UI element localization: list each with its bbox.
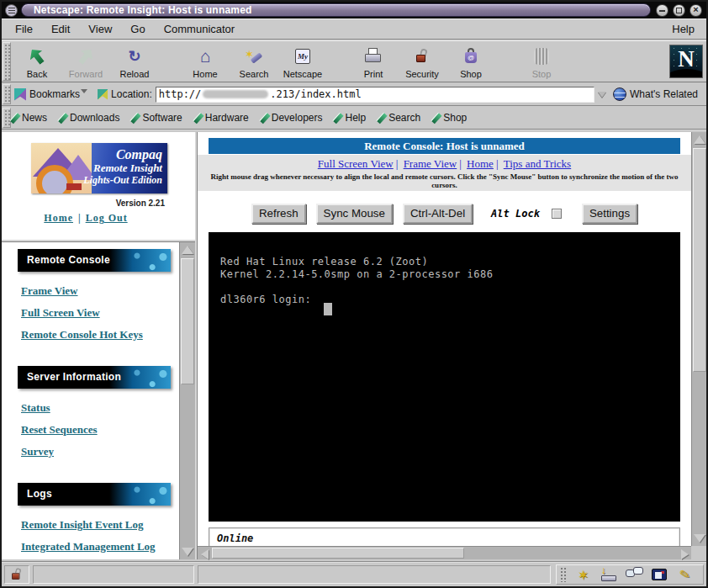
window-menu-button[interactable] <box>5 4 18 17</box>
personal-item-help[interactable]: Help <box>336 112 366 124</box>
composer-icon[interactable]: ✎ <box>674 566 695 583</box>
nav-full-screen-view[interactable]: Full Screen View <box>318 157 394 170</box>
menu-file[interactable]: File <box>2 23 42 35</box>
navigator-icon[interactable]: ✶ <box>573 566 593 583</box>
page-title: Remote Console: Host is unnamed <box>209 138 680 154</box>
personal-item-hardware[interactable]: Hardware <box>196 112 249 124</box>
menu-edit[interactable]: Edit <box>42 23 79 35</box>
sidebar-scroll-thumb[interactable] <box>181 258 194 384</box>
sidebar-item-frame-view[interactable]: Frame View <box>21 284 179 298</box>
menu-help[interactable]: Help <box>663 23 706 35</box>
section-header-logs: Logs <box>18 483 171 506</box>
main-frame: Remote Console: Host is unnamed Full Scr… <box>198 132 706 559</box>
forward-icon <box>75 45 97 68</box>
personal-item-software[interactable]: Software <box>133 112 182 124</box>
menu-go[interactable]: Go <box>121 23 154 35</box>
sidebar-item-integrated-management-log[interactable]: Integrated Management Log <box>21 540 179 554</box>
close-button[interactable]: × <box>690 4 702 17</box>
window-title: Netscape: Remote Insight: Host is unname… <box>21 3 651 17</box>
discussions-icon[interactable] <box>624 566 644 583</box>
sidebar-item-remote-console-hot-keys[interactable]: Remote Console Hot Keys <box>21 328 179 342</box>
sidebar-item-reset-sequences[interactable]: Reset Sequences <box>21 423 179 437</box>
shop-button[interactable]: @ Shop <box>446 42 495 81</box>
main-hscroll-thumb[interactable] <box>212 548 464 559</box>
stop-button[interactable]: Stop <box>517 42 566 81</box>
sidebar-logo-frame: Compaq Remote Insight Lights-Out Edition… <box>2 132 195 242</box>
personal-item-search[interactable]: Search <box>379 112 420 124</box>
reload-button[interactable]: ↻ Reload <box>110 42 159 81</box>
component-bar-grip[interactable] <box>560 567 566 582</box>
netscape-logo[interactable]: N <box>669 45 703 78</box>
main-horizontal-scrollbar[interactable] <box>198 546 691 559</box>
sidebar-item-full-screen-view[interactable]: Full Screen View <box>21 306 179 320</box>
logout-link[interactable]: Log Out <box>86 212 128 224</box>
maximize-button[interactable] <box>673 4 685 17</box>
main-view: Remote Console: Host is unnamed Full Scr… <box>198 132 691 546</box>
forward-button[interactable]: Forward <box>61 42 110 81</box>
refresh-button[interactable]: Refresh <box>251 204 306 224</box>
sidebar-scroll-up-icon[interactable] <box>181 243 194 257</box>
main-scroll-thumb[interactable] <box>693 148 706 372</box>
personal-item-downloads[interactable]: Downloads <box>61 112 119 124</box>
inbox-icon[interactable]: ↓ <box>599 566 619 583</box>
window-menu-icon <box>8 8 15 13</box>
terminal-line <box>220 281 680 294</box>
sync-mouse-button[interactable]: Sync Mouse <box>316 204 393 224</box>
alt-lock-checkbox[interactable] <box>552 209 562 219</box>
netscape-button[interactable]: My Netscape <box>278 42 327 81</box>
sidebar-item-status[interactable]: Status <box>21 401 179 415</box>
security-button[interactable]: Security <box>398 42 446 81</box>
home-link[interactable]: Home <box>44 212 73 224</box>
main-scroll-up-icon[interactable] <box>693 133 706 146</box>
main-scroll-down-icon[interactable] <box>693 532 706 545</box>
main-vertical-scrollbar[interactable] <box>691 132 706 546</box>
location-bar-grip[interactable] <box>3 84 11 104</box>
terminal-cursor <box>324 303 332 315</box>
menu-communicator[interactable]: Communicator <box>155 23 245 35</box>
menu-view[interactable]: View <box>79 23 121 35</box>
url-prefix: http:// <box>159 88 202 100</box>
terminal-line: Red Hat Linux release 6.2 (Zoot) <box>220 256 680 268</box>
ctrl-alt-del-button[interactable]: Ctrl-Alt-Del <box>403 204 473 224</box>
main-scroll-left-icon[interactable] <box>198 548 210 559</box>
bookmarks-button[interactable]: Bookmarks <box>29 88 80 100</box>
bookmark-ribbon-icon <box>57 112 68 124</box>
component-bar: ✶ ↓ ✎ <box>556 564 704 585</box>
whats-related-icon <box>613 87 626 101</box>
personal-item-news[interactable]: News <box>13 112 47 124</box>
sidebar: Compaq Remote Insight Lights-Out Edition… <box>2 132 198 559</box>
compaq-logo: Compaq Remote Insight Lights-Out Edition <box>31 143 167 193</box>
maximize-icon <box>676 8 682 13</box>
personal-toolbar-grip[interactable] <box>3 108 11 128</box>
bookmark-ribbon-icon <box>259 112 270 124</box>
main-scroll-right-icon[interactable] <box>679 548 690 559</box>
minimize-button[interactable] <box>656 4 668 17</box>
print-button[interactable]: Print <box>349 42 398 81</box>
whats-related-button[interactable]: What's Related <box>630 88 706 100</box>
security-status-indicator[interactable] <box>4 565 29 584</box>
sidebar-item-survey[interactable]: Survey <box>21 445 179 458</box>
browser-window: Netscape: Remote Insight: Host is unname… <box>0 0 708 588</box>
settings-button[interactable]: Settings <box>582 204 637 224</box>
sidebar-scroll-down-icon[interactable] <box>181 545 194 559</box>
home-button[interactable]: ⌂ Home <box>181 42 230 81</box>
sidebar-scrollbar[interactable] <box>179 242 195 559</box>
sidebar-item-remote-insight-event-log[interactable]: Remote Insight Event Log <box>21 518 179 532</box>
location-label: Location: <box>111 88 152 100</box>
nav-frame-view[interactable]: Frame View <box>404 157 457 170</box>
location-input[interactable]: http:// .213/index.html <box>156 87 594 103</box>
minimize-icon <box>659 10 665 12</box>
personal-item-developers[interactable]: Developers <box>262 112 323 124</box>
remote-console-screen[interactable]: Red Hat Linux release 6.2 (Zoot) Kernel … <box>209 232 680 522</box>
home-icon: ⌂ <box>200 46 211 66</box>
search-button[interactable]: ✶ Search <box>230 42 278 81</box>
back-button[interactable]: Back <box>13 42 61 81</box>
url-history-dropdown-icon[interactable] <box>598 92 606 98</box>
bookmarks-dropdown-icon[interactable] <box>81 89 87 93</box>
nav-home[interactable]: Home <box>467 157 494 170</box>
address-book-icon[interactable] <box>649 566 669 583</box>
nav-tips-and-tricks[interactable]: Tips and Tricks <box>504 157 571 170</box>
location-icon[interactable] <box>98 89 108 100</box>
personal-item-shop[interactable]: Shop <box>434 112 467 124</box>
toolbar-grip[interactable] <box>3 42 11 81</box>
